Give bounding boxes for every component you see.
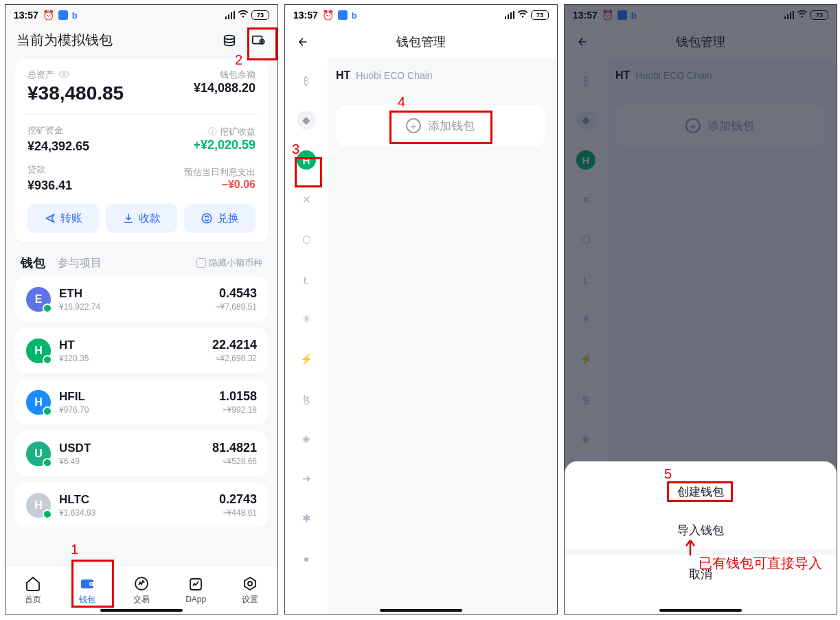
asset-row[interactable]: U USDT ¥6.49 81.4821 ≈¥528.66 <box>15 431 268 476</box>
nav-settings[interactable]: 设置 <box>223 566 277 614</box>
add-wallet-label: 添加钱包 <box>428 118 475 134</box>
coin-icon: H <box>26 390 51 415</box>
mining-income-amount: +¥2,020.59 <box>193 138 256 152</box>
nav-trade-label: 交易 <box>133 594 150 606</box>
app-indicator-icon <box>58 10 68 20</box>
asset-row[interactable]: H HT ¥120.35 22.4214 ≈¥2,698.32 <box>15 328 268 373</box>
nav-dapp[interactable]: DApp <box>169 566 223 614</box>
chain-tab[interactable]: ✱ <box>297 509 316 528</box>
back-button[interactable] <box>291 36 315 48</box>
chain-tab[interactable]: ⚡ <box>297 349 316 369</box>
phone-screen-1: 13:57 ⏰ b 73 当前为模拟钱包 总资产 <box>5 4 278 615</box>
wallet-balance-label: 钱包余额 <box>194 69 256 81</box>
nav-wallet-label: 钱包 <box>79 594 95 606</box>
home-indicator <box>380 609 462 612</box>
asset-tabs: 钱包 参与项目 隐藏小额币种 <box>5 249 277 274</box>
chain-tab[interactable]: ✳ <box>297 310 316 329</box>
asset-amount: 1.0158 <box>219 389 257 404</box>
swap-label: 兑换 <box>217 211 239 226</box>
wallet-mgmt-title: 钱包管理 <box>315 34 552 50</box>
cancel-label: 取消 <box>689 566 712 582</box>
tab-wallet[interactable]: 钱包 <box>21 255 45 271</box>
chain-tab[interactable]: ◆ <box>297 111 316 130</box>
chain-tab[interactable]: ₿ <box>297 71 316 90</box>
nav-home[interactable]: 首页 <box>5 566 60 614</box>
chain-tab[interactable]: ⬡ <box>297 230 316 249</box>
coin-icon: H <box>26 338 51 363</box>
asset-value: ≈¥448.61 <box>219 508 257 518</box>
bottom-nav: 首页 钱包 交易 DApp 设置 <box>5 566 277 614</box>
svg-marker-10 <box>245 577 256 590</box>
coins-icon[interactable] <box>221 32 238 49</box>
asset-symbol: HLTC <box>59 493 95 507</box>
mining-fund-label: 挖矿资金 <box>27 124 63 137</box>
hide-small-toggle[interactable]: 隐藏小额币种 <box>196 257 262 269</box>
wallet-balance-amount: ¥14,088.20 <box>194 81 256 95</box>
plus-circle-icon: + <box>406 118 421 133</box>
wallet-settings-icon[interactable] <box>250 32 266 49</box>
svg-point-0 <box>225 35 235 39</box>
tab-projects[interactable]: 参与项目 <box>58 256 102 271</box>
chain-tab[interactable]: ● <box>297 549 316 568</box>
battery-icon: 73 <box>251 10 269 20</box>
create-wallet-option[interactable]: 创建钱包 <box>565 472 837 511</box>
asset-price: ¥6.49 <box>59 457 91 466</box>
interest-label: 预估当日利息支出 <box>184 166 256 179</box>
total-assets-amount: ¥38,480.85 <box>27 82 194 104</box>
sheet-separator <box>565 549 837 555</box>
status-bar: 13:57 ⏰ b 73 <box>5 5 277 25</box>
transfer-label: 转账 <box>60 211 82 226</box>
chain-tab[interactable]: ꜩ <box>297 389 316 409</box>
annotation-num-1: 1 <box>71 542 78 558</box>
asset-row[interactable]: H HFIL ¥976.70 1.0158 ≈¥992.18 <box>15 380 268 424</box>
nav-wallet[interactable]: 钱包 <box>60 566 114 614</box>
asset-row[interactable]: E ETH ¥16,922.74 0.4543 ≈¥7,689.51 <box>15 277 268 321</box>
wifi-icon <box>517 10 528 21</box>
status-time: 13:57 <box>293 10 318 21</box>
transfer-button[interactable]: 转账 <box>27 204 99 233</box>
add-wallet-button[interactable]: + 添加钱包 <box>336 105 545 146</box>
nav-settings-label: 设置 <box>242 594 258 606</box>
chain-badge-icon <box>43 509 52 519</box>
cancel-option[interactable]: 取消 <box>565 555 837 593</box>
chain-badge-icon <box>43 458 52 468</box>
chain-tab[interactable]: ✕ <box>297 190 316 209</box>
chain-tab[interactable]: Ł <box>297 270 316 289</box>
wallet-header: 当前为模拟钱包 <box>5 25 277 52</box>
chain-sidebar: ₿◆H✕⬡Ł✳⚡ꜩ◈➔✱● <box>285 58 328 614</box>
coin-icon: U <box>26 441 51 466</box>
asset-value: ≈¥528.66 <box>212 457 257 466</box>
loan-amount: ¥936.41 <box>27 179 184 193</box>
info-icon[interactable]: ⓘ <box>208 126 217 138</box>
chain-badge-icon <box>43 303 52 313</box>
nav-home-label: 首页 <box>25 594 41 606</box>
app-indicator-icon <box>338 10 348 20</box>
nav-trade[interactable]: 交易 <box>114 566 168 614</box>
import-wallet-label: 导入钱包 <box>677 523 724 538</box>
asset-amount: 81.4821 <box>212 441 257 455</box>
app-letter-icon: b <box>72 10 78 21</box>
swap-button[interactable]: 兑换 <box>184 204 256 233</box>
eye-icon[interactable] <box>58 70 69 80</box>
status-bar: 13:57 ⏰ b 73 <box>285 5 557 25</box>
chain-tab[interactable]: ➔ <box>297 469 316 488</box>
chain-tab[interactable]: H <box>297 150 316 170</box>
coin-icon: E <box>26 287 51 312</box>
chain-tab[interactable]: ◈ <box>297 429 316 448</box>
asset-symbol: USDT <box>59 441 91 455</box>
phone-screen-3: 13:57 ⏰ b 73 钱包管理 ₿◆H✕⬡Ł✳⚡ꜩ◈➔✱● HT Huobi… <box>564 4 837 615</box>
asset-value: ≈¥992.18 <box>219 405 257 415</box>
chain-badge-icon <box>43 406 52 416</box>
asset-row[interactable]: H HLTC ¥1,634.93 0.2743 ≈¥448.61 <box>15 483 268 527</box>
receive-label: 收款 <box>139 211 161 226</box>
alarm-icon: ⏰ <box>322 10 334 21</box>
asset-value: ≈¥7,689.51 <box>216 302 257 312</box>
import-wallet-option[interactable]: 导入钱包 <box>565 511 837 549</box>
asset-price: ¥120.35 <box>59 354 89 363</box>
svg-point-3 <box>63 73 65 76</box>
app-letter-icon: b <box>352 10 357 21</box>
action-sheet: 创建钱包 导入钱包 取消 <box>565 461 837 614</box>
receive-button[interactable]: 收款 <box>106 204 177 233</box>
total-assets-label: 总资产 <box>27 69 54 81</box>
asset-amount: 22.4214 <box>212 338 257 352</box>
